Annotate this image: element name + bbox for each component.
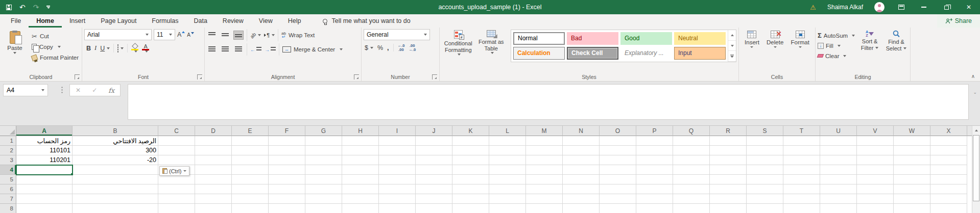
tab-data[interactable]: Data <box>186 14 214 28</box>
cell-J7[interactable] <box>416 194 452 204</box>
tab-formulas[interactable]: Formulas <box>144 14 186 28</box>
ribbon-display-options-button[interactable] <box>890 0 913 14</box>
cell-H4[interactable] <box>342 165 379 175</box>
cell-O5[interactable] <box>600 175 636 184</box>
cell-V4[interactable] <box>857 165 894 175</box>
increase-font-button[interactable]: A <box>177 31 185 38</box>
cell-J4[interactable] <box>416 165 452 175</box>
share-button[interactable]: Share <box>937 14 980 28</box>
cell-G1[interactable] <box>305 136 342 146</box>
cell-U1[interactable] <box>820 136 857 146</box>
cell-P3[interactable] <box>636 155 673 165</box>
cell-C8[interactable] <box>158 204 195 213</box>
cell-J3[interactable] <box>416 155 452 165</box>
cell-I7[interactable] <box>379 194 416 204</box>
cell-O4[interactable] <box>600 165 636 175</box>
save-icon[interactable] <box>6 5 12 10</box>
cell-K1[interactable] <box>452 136 489 146</box>
cell-G5[interactable] <box>305 175 342 184</box>
cell-T7[interactable] <box>783 194 820 204</box>
cell-J6[interactable] <box>416 184 452 194</box>
cell-Q5[interactable] <box>673 175 710 184</box>
tab-view[interactable]: View <box>251 14 280 28</box>
cut-button[interactable]: ✂ Cut <box>32 32 79 41</box>
cell-L1[interactable] <box>489 136 526 146</box>
cell-R6[interactable] <box>710 184 747 194</box>
cell-V2[interactable] <box>857 146 894 155</box>
minimize-button[interactable] <box>913 0 935 14</box>
cell-A7[interactable] <box>16 194 73 204</box>
cell-style-good[interactable]: Good <box>620 32 672 45</box>
tell-me-box[interactable]: Tell me what you want to do <box>323 14 410 28</box>
clipboard-dialog-launcher[interactable] <box>75 74 80 79</box>
cell-H7[interactable] <box>342 194 379 204</box>
cell-C1[interactable] <box>158 136 195 146</box>
cell-D1[interactable] <box>195 136 232 146</box>
cell-N2[interactable] <box>563 146 600 155</box>
cell-R7[interactable] <box>710 194 747 204</box>
cell-L3[interactable] <box>489 155 526 165</box>
cell-W2[interactable] <box>894 146 930 155</box>
merge-center-button[interactable]: ↔ Merge & Center <box>282 46 343 52</box>
cell-G8[interactable] <box>305 204 342 213</box>
cell-B3[interactable]: -20 <box>73 155 158 165</box>
row-header-5[interactable]: 5 <box>0 175 16 184</box>
cell-S8[interactable] <box>747 204 783 213</box>
bottom-align-button[interactable] <box>233 31 244 40</box>
cell-U6[interactable] <box>820 184 857 194</box>
row-header-6[interactable]: 6 <box>0 184 16 194</box>
cell-O3[interactable] <box>600 155 636 165</box>
align-left-button[interactable] <box>207 45 217 54</box>
conditional-formatting-button[interactable]: ≠ Conditional Formatting <box>442 29 475 72</box>
cell-L4[interactable] <box>489 165 526 175</box>
decrease-decimal-button[interactable]: .00→.0 <box>409 44 416 51</box>
cell-W8[interactable] <box>894 204 930 213</box>
cell-H1[interactable] <box>342 136 379 146</box>
insert-cells-button[interactable]: Insert <box>745 29 759 72</box>
cell-E2[interactable] <box>232 146 269 155</box>
cell-K2[interactable] <box>452 146 489 155</box>
cell-M2[interactable] <box>526 146 563 155</box>
format-cells-button[interactable]: Format <box>791 29 809 72</box>
cell-E4[interactable] <box>232 165 269 175</box>
cell-S3[interactable] <box>747 155 783 165</box>
cell-I8[interactable] <box>379 204 416 213</box>
cell-O1[interactable] <box>600 136 636 146</box>
cell-P7[interactable] <box>636 194 673 204</box>
wrap-text-button[interactable]: ab↵ Wrap Text <box>281 32 315 39</box>
cell-V1[interactable] <box>857 136 894 146</box>
undo-icon[interactable]: ↶ <box>19 4 26 11</box>
cell-B7[interactable] <box>73 194 158 204</box>
cell-F4[interactable] <box>269 165 305 175</box>
cell-I2[interactable] <box>379 146 416 155</box>
column-header-O[interactable]: O <box>600 126 636 136</box>
cell-E3[interactable] <box>232 155 269 165</box>
vertical-scrollbar[interactable] <box>972 126 980 213</box>
align-center-button[interactable] <box>220 45 230 54</box>
cell-G4[interactable] <box>305 165 342 175</box>
percent-style-button[interactable]: % <box>377 44 383 51</box>
cell-B4[interactable] <box>73 165 158 175</box>
column-header-A[interactable]: A <box>16 126 73 136</box>
row-header-7[interactable]: 7 <box>0 194 16 204</box>
cell-M3[interactable] <box>526 155 563 165</box>
cell-N8[interactable] <box>563 204 600 213</box>
cell-U5[interactable] <box>820 175 857 184</box>
clear-button[interactable]: Clear <box>818 51 855 60</box>
cell-J1[interactable] <box>416 136 452 146</box>
column-header-V[interactable]: V <box>857 126 894 136</box>
cell-U4[interactable] <box>820 165 857 175</box>
row-header-8[interactable]: 8 <box>0 204 16 213</box>
cell-F3[interactable] <box>269 155 305 165</box>
row-header-1[interactable]: 1 <box>0 136 16 146</box>
cell-X1[interactable] <box>930 136 967 146</box>
decrease-indent-button[interactable]: ← <box>250 47 261 52</box>
cell-W3[interactable] <box>894 155 930 165</box>
cell-K5[interactable] <box>452 175 489 184</box>
column-header-C[interactable]: C <box>158 126 195 136</box>
fill-button[interactable]: ↓ Fill <box>818 41 855 50</box>
increase-decimal-button[interactable]: ←.0.00 <box>398 44 405 51</box>
cell-A1[interactable]: رمز الحساب <box>16 136 73 146</box>
cell-F1[interactable] <box>269 136 305 146</box>
cell-L6[interactable] <box>489 184 526 194</box>
